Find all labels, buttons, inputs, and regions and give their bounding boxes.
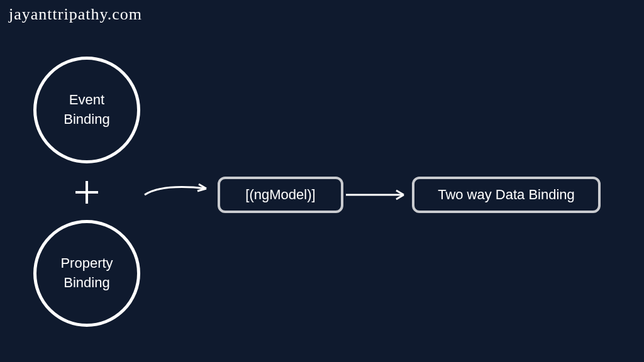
arrow-to-twoway	[345, 187, 414, 202]
twoway-binding-label: Two way Data Binding	[438, 187, 575, 203]
ngmodel-label: [(ngModel)]	[245, 187, 315, 203]
property-binding-line2: Binding	[64, 273, 109, 293]
event-binding-line2: Binding	[64, 110, 109, 129]
twoway-binding-box: Two way Data Binding	[412, 177, 601, 213]
event-binding-circle: Event Binding	[33, 57, 140, 163]
plus-icon	[75, 181, 98, 204]
property-binding-line1: Property	[60, 254, 113, 273]
event-binding-line1: Event	[69, 90, 104, 110]
arrow-to-ngmodel	[143, 176, 219, 201]
watermark-text: jayanttripathy.com	[9, 5, 142, 24]
ngmodel-box: [(ngModel)]	[218, 177, 343, 213]
property-binding-circle: Property Binding	[33, 220, 140, 327]
